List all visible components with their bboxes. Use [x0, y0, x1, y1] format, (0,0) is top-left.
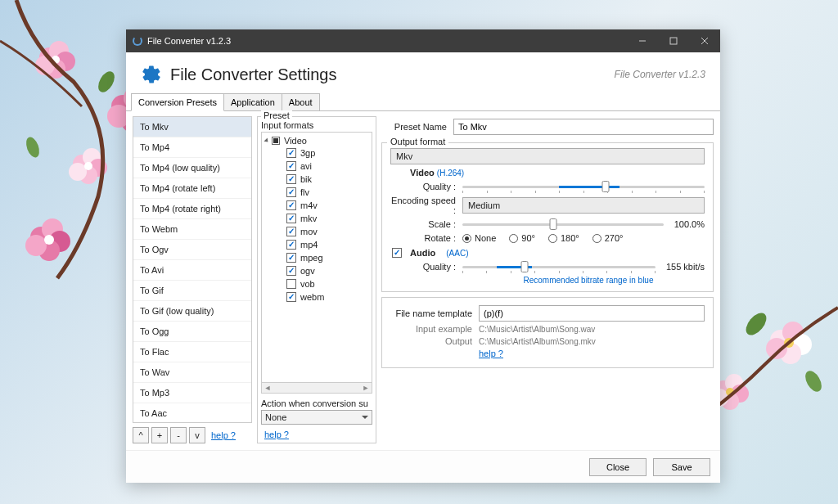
- window-title: File Converter v1.2.3: [147, 36, 627, 46]
- svg-rect-41: [670, 38, 677, 44]
- format-checkbox[interactable]: [286, 292, 296, 302]
- close-button[interactable]: [689, 29, 720, 52]
- scale-slider[interactable]: [462, 218, 664, 231]
- svg-point-31: [784, 338, 794, 348]
- preset-name-label: Preset Name: [381, 122, 453, 132]
- audio-checkbox[interactable]: [392, 248, 402, 258]
- preset-item[interactable]: To Webm: [133, 219, 251, 240]
- output-format-select[interactable]: Mkv: [390, 148, 705, 164]
- format-checkbox[interactable]: [286, 187, 296, 197]
- format-item[interactable]: flv: [264, 186, 370, 199]
- format-checkbox[interactable]: [286, 174, 296, 184]
- format-checkbox[interactable]: [286, 200, 296, 210]
- format-label: webm: [300, 292, 324, 302]
- format-item[interactable]: m4v: [264, 199, 370, 212]
- preset-item[interactable]: To Mp3: [133, 383, 251, 403]
- format-item[interactable]: mp4: [264, 238, 370, 251]
- format-item[interactable]: ogv: [264, 264, 370, 277]
- preset-item[interactable]: To Mp4 (rotate left): [133, 178, 251, 199]
- tree-root-video[interactable]: Video: [264, 135, 370, 146]
- filename-help-link[interactable]: help ?: [479, 349, 503, 358]
- format-item[interactable]: mpeg: [264, 251, 370, 264]
- svg-point-39: [802, 368, 825, 394]
- audio-quality-slider[interactable]: [462, 260, 656, 273]
- audio-quality-value: 155 kbit/s: [656, 262, 705, 272]
- format-checkbox[interactable]: [286, 214, 296, 223]
- format-checkbox[interactable]: [286, 148, 296, 158]
- preset-name-input[interactable]: [453, 119, 714, 135]
- preset-move-up-button[interactable]: ^: [133, 427, 149, 443]
- scroll-left-icon[interactable]: ◄: [262, 384, 273, 392]
- format-item[interactable]: 3gp: [264, 146, 370, 160]
- preset-item[interactable]: To Aac: [133, 403, 251, 423]
- format-item[interactable]: avi: [264, 160, 370, 173]
- preset-item[interactable]: To Ogv: [133, 240, 251, 260]
- preset-item[interactable]: To Mp4: [133, 137, 251, 158]
- footer: Close Save: [126, 450, 720, 483]
- close-dialog-button[interactable]: Close: [589, 458, 647, 476]
- rotate-label: Rotate :: [390, 233, 462, 243]
- input-formats-tree[interactable]: Video 3gpavibikflvm4vmkvmovmp4mpegogvvob…: [261, 132, 372, 383]
- preset-item[interactable]: To Gif (low quality): [133, 301, 251, 322]
- preset-add-button[interactable]: +: [151, 427, 168, 443]
- scroll-right-icon[interactable]: ►: [360, 384, 372, 392]
- rotate-option[interactable]: 270°: [592, 233, 624, 243]
- preset-help-link[interactable]: help ?: [211, 430, 236, 440]
- format-item[interactable]: bik: [264, 173, 370, 186]
- radio-icon: [548, 234, 557, 243]
- preset-delete-button[interactable]: -: [170, 427, 187, 443]
- maximize-button[interactable]: [658, 29, 689, 52]
- preset-list[interactable]: To MkvTo Mp4To Mp4 (low quality)To Mp4 (…: [133, 116, 252, 423]
- format-item[interactable]: vob: [264, 277, 370, 290]
- rotate-option[interactable]: 90°: [509, 233, 535, 243]
- preset-item[interactable]: To Mp4 (rotate right): [133, 199, 251, 219]
- version-label: File Converter v1.2.3: [615, 69, 705, 80]
- rotate-option[interactable]: None: [462, 233, 496, 243]
- audio-section-title: Audio (AAC): [392, 248, 705, 258]
- format-item[interactable]: webm: [264, 290, 370, 304]
- minimize-button[interactable]: [627, 29, 658, 52]
- format-checkbox[interactable]: [286, 266, 296, 276]
- format-checkbox[interactable]: [286, 161, 296, 171]
- content: To MkvTo Mp4To Mp4 (low quality)To Mp4 (…: [126, 111, 720, 450]
- svg-point-35: [721, 392, 739, 410]
- format-item[interactable]: mkv: [264, 212, 370, 225]
- preset-item[interactable]: To Mkv: [133, 117, 251, 137]
- tab-conversion-presets[interactable]: Conversion Presets: [131, 93, 224, 111]
- tristate-checkbox[interactable]: [272, 137, 280, 145]
- tab-about[interactable]: About: [282, 93, 320, 111]
- horizontal-scrollbar[interactable]: ◄ ►: [261, 382, 372, 394]
- action-select[interactable]: None: [261, 410, 372, 425]
- preset-item[interactable]: To Ogg: [133, 322, 251, 342]
- preset-item[interactable]: To Gif: [133, 281, 251, 301]
- encoding-speed-select[interactable]: Medium: [462, 197, 705, 214]
- svg-point-33: [725, 374, 743, 392]
- format-item[interactable]: mov: [264, 225, 370, 238]
- save-button[interactable]: Save: [653, 458, 710, 476]
- tab-application[interactable]: Application: [223, 93, 282, 111]
- input-formats-column: Preset Input formats Video 3gpavibikflvm…: [257, 116, 376, 443]
- format-checkbox[interactable]: [286, 253, 296, 263]
- svg-point-30: [766, 338, 787, 359]
- scale-label: Scale :: [390, 219, 462, 229]
- svg-point-19: [42, 218, 63, 240]
- output-format-value: Mkv: [396, 151, 412, 161]
- preset-item[interactable]: To Avi: [133, 260, 251, 281]
- preset-item[interactable]: To Wav: [133, 362, 251, 383]
- format-checkbox[interactable]: [286, 227, 296, 236]
- action-label: Action when conversion su: [261, 398, 368, 408]
- format-checkbox[interactable]: [286, 279, 296, 289]
- page-title: File Converter Settings: [170, 65, 615, 84]
- format-checkbox[interactable]: [286, 240, 296, 250]
- rotate-option[interactable]: 180°: [548, 233, 579, 243]
- preset-item[interactable]: To Mp4 (low quality): [133, 158, 251, 178]
- filename-input[interactable]: [479, 305, 705, 322]
- preset-item[interactable]: To Flac: [133, 342, 251, 362]
- preset-move-down-button[interactable]: v: [189, 427, 205, 443]
- preset-column: To MkvTo Mp4To Mp4 (low quality)To Mp4 (…: [133, 116, 252, 443]
- mid-help-link[interactable]: help ?: [264, 430, 372, 439]
- format-label: mpeg: [300, 253, 323, 263]
- svg-point-3: [46, 59, 65, 79]
- svg-point-34: [731, 385, 749, 403]
- video-quality-slider[interactable]: [462, 180, 705, 193]
